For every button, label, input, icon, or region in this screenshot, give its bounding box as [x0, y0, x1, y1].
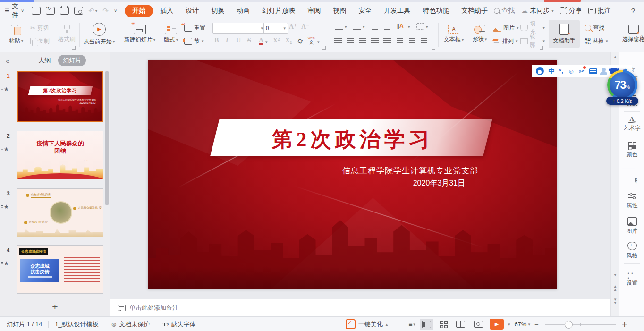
- strikethrough-button[interactable]: S: [247, 37, 251, 44]
- copy-button[interactable]: 复制: [30, 35, 50, 47]
- font-size-select[interactable]: 0: [263, 23, 288, 34]
- undo-icon[interactable]: [88, 7, 94, 15]
- dropdown-arrow-icon[interactable]: [363, 25, 365, 29]
- phonetic-guide-button[interactable]: wén 文: [308, 36, 315, 44]
- slide-canvas[interactable]: 第2次政治学习 信息工程学院学生计算机专业党支部 2020年3月31日: [148, 60, 557, 289]
- numbered-list-icon[interactable]: [353, 25, 361, 31]
- next-slide-icon[interactable]: [611, 297, 619, 304]
- tab-security[interactable]: 安全: [352, 5, 378, 17]
- shapes-button[interactable]: 形状: [468, 19, 491, 49]
- notes-toggle-button[interactable]: [408, 321, 415, 328]
- net-speed-widget[interactable]: 73 % 0.2 K/s: [606, 70, 639, 105]
- bullet-list-icon[interactable]: [335, 25, 343, 31]
- distribute-text-icon[interactable]: [383, 38, 391, 44]
- align-center-icon[interactable]: [347, 38, 354, 44]
- tab-doc-assistant[interactable]: 文档助手: [455, 5, 494, 17]
- previous-slide-icon[interactable]: [611, 284, 619, 291]
- save-icon[interactable]: [32, 7, 41, 15]
- increase-indent-icon[interactable]: [384, 25, 390, 31]
- normal-view-button[interactable]: [420, 319, 433, 330]
- print-preview-icon[interactable]: [74, 7, 83, 15]
- comment-button[interactable]: 批注: [588, 7, 611, 15]
- sidebar-item-properties[interactable]: 属性: [619, 193, 644, 210]
- keyboard-icon[interactable]: [589, 68, 597, 74]
- slide-subtitle-block[interactable]: 信息工程学院学生计算机专业党支部 2020年3月31日: [342, 165, 478, 188]
- sidebar-item-chart[interactable]: 图表: [619, 168, 644, 185]
- customize-quickbar-icon[interactable]: [114, 8, 117, 13]
- dropdown-arrow-icon[interactable]: [265, 40, 268, 44]
- text-box-button[interactable]: A 文本框: [440, 19, 467, 49]
- fit-slide-icon[interactable]: [632, 322, 638, 327]
- slides-tab[interactable]: 幻灯片: [58, 55, 86, 66]
- missing-font-status[interactable]: T? 缺失字体: [162, 320, 195, 329]
- reading-view-button[interactable]: [454, 319, 467, 330]
- sidebar-item-gallery[interactable]: 图库: [619, 217, 644, 235]
- share-button[interactable]: 分享: [560, 7, 582, 15]
- zoom-out-icon[interactable]: [534, 320, 539, 328]
- tab-view[interactable]: 视图: [327, 5, 352, 17]
- line-spacing-icon[interactable]: [397, 38, 403, 44]
- increase-font-button[interactable]: A⁺: [289, 23, 297, 31]
- tab-home[interactable]: 开始: [125, 5, 153, 17]
- bold-button[interactable]: B: [214, 37, 219, 44]
- ribbon-overflow-icon[interactable]: [641, 32, 643, 40]
- align-right-icon[interactable]: [359, 38, 366, 44]
- font-name-select[interactable]: [212, 23, 265, 34]
- slide-thumbnail-4[interactable]: 众志成城战疫情 众志成城 抗击疫情: [17, 245, 103, 294]
- slide-title[interactable]: 第2次政治学习: [148, 126, 557, 153]
- tab-devtools[interactable]: 开发工具: [378, 5, 416, 17]
- tab-review[interactable]: 审阅: [301, 5, 327, 17]
- text-box-anchor-icon[interactable]: [416, 23, 424, 30]
- tab-design[interactable]: 设计: [179, 5, 205, 17]
- help-icon[interactable]: [631, 7, 635, 15]
- outline-tab[interactable]: 大纲: [34, 55, 55, 66]
- slide-thumbnail-3[interactable]: 众志成城战疫情 人民群众坚决战“疫” 担负起“疫”防控: [17, 188, 103, 237]
- scroll-down-icon[interactable]: [611, 273, 619, 277]
- sidebar-item-style[interactable]: 风格: [619, 242, 644, 260]
- tab-animation[interactable]: 动画: [230, 5, 256, 17]
- ime-mode-indicator[interactable]: 中: [548, 67, 554, 76]
- clear-format-icon[interactable]: ◇: [296, 36, 304, 46]
- sidebar-item-settings[interactable]: 设置: [619, 270, 644, 287]
- emoji-icon[interactable]: [568, 68, 574, 75]
- tab-slideshow[interactable]: 幻灯片放映: [256, 5, 301, 17]
- slide-thumbnail-2[interactable]: ⌄⌄ ⌄⌄ 疫情下人民群众的 团结: [17, 131, 103, 179]
- cut-button[interactable]: ✂剪切: [30, 22, 49, 34]
- format-painter-button[interactable]: 格式刷: [57, 19, 76, 49]
- dropdown-arrow-icon[interactable]: [345, 25, 347, 29]
- sync-status-button[interactable]: 未同步: [521, 7, 554, 15]
- zoom-in-icon[interactable]: [622, 319, 627, 330]
- projector-view-button[interactable]: [472, 319, 485, 330]
- justify-icon[interactable]: [371, 38, 379, 44]
- ime-punctuation-indicator[interactable]: °,: [559, 68, 563, 75]
- export-pdf-icon[interactable]: [46, 7, 55, 15]
- new-slide-button[interactable]: 新建幻灯片: [122, 19, 158, 49]
- notes-bar[interactable]: 单击此处添加备注: [110, 299, 610, 316]
- protection-status[interactable]: 文档未保护: [111, 320, 150, 329]
- section-button[interactable]: 节: [184, 35, 204, 47]
- more-options-icon[interactable]: [641, 7, 644, 15]
- font-color-button[interactable]: A: [259, 37, 263, 44]
- redo-icon[interactable]: [102, 7, 109, 15]
- find-button[interactable]: 查找: [585, 22, 604, 34]
- fill-button[interactable]: 填充: [520, 22, 545, 34]
- sidebar-item-wordart[interactable]: 艺术字: [619, 115, 644, 132]
- panel-scrollbar[interactable]: [105, 71, 109, 205]
- slide-sorter-button[interactable]: [438, 319, 449, 330]
- ime-logo-icon[interactable]: [536, 67, 544, 75]
- tab-insert[interactable]: 插入: [154, 5, 179, 17]
- play-options-icon[interactable]: [508, 322, 510, 327]
- play-from-current-button[interactable]: 从当前开始: [81, 19, 117, 49]
- subscript-button[interactable]: X₂: [285, 37, 292, 44]
- tab-transition[interactable]: 切换: [205, 5, 230, 17]
- text-direction-icon[interactable]: ∥A: [397, 23, 404, 29]
- zoom-slider[interactable]: [545, 324, 616, 325]
- arrange-button[interactable]: 排列: [493, 35, 518, 47]
- picture-button[interactable]: 图片: [493, 22, 519, 34]
- scroll-up-icon[interactable]: [611, 55, 619, 59]
- slide-thumbnail-1[interactable]: 第2次政治学习 信息工程学院学生计算机专业党支部 2020年3月31日: [17, 71, 103, 122]
- decrease-indent-icon[interactable]: [372, 25, 378, 31]
- space-after-icon[interactable]: [421, 38, 427, 44]
- align-left-icon[interactable]: [334, 38, 342, 44]
- reset-button[interactable]: 重置: [184, 22, 205, 34]
